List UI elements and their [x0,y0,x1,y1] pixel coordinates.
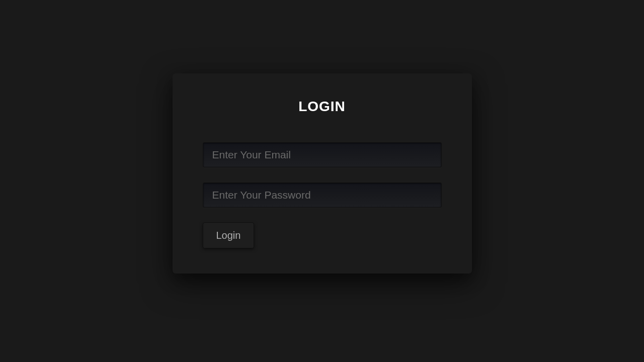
email-input[interactable] [203,142,442,167]
login-button[interactable]: Login [203,223,255,248]
login-card: LOGIN Login [173,73,472,274]
login-title: LOGIN [203,99,442,115]
password-input[interactable] [203,183,442,208]
